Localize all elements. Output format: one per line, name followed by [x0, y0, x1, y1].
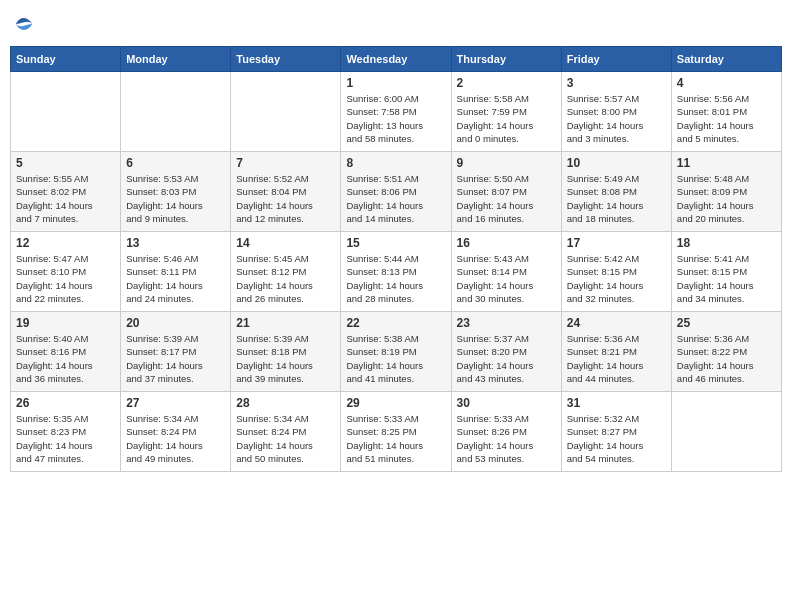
cell-date-number: 27 [126, 396, 225, 410]
calendar-cell: 1Sunrise: 6:00 AMSunset: 7:58 PMDaylight… [341, 72, 451, 152]
day-header-saturday: Saturday [671, 47, 781, 72]
cell-day-info: Sunrise: 5:56 AMSunset: 8:01 PMDaylight:… [677, 92, 776, 145]
calendar-cell: 20Sunrise: 5:39 AMSunset: 8:17 PMDayligh… [121, 312, 231, 392]
cell-day-info: Sunrise: 5:42 AMSunset: 8:15 PMDaylight:… [567, 252, 666, 305]
cell-date-number: 31 [567, 396, 666, 410]
cell-day-info: Sunrise: 5:51 AMSunset: 8:06 PMDaylight:… [346, 172, 445, 225]
calendar-cell: 18Sunrise: 5:41 AMSunset: 8:15 PMDayligh… [671, 232, 781, 312]
calendar-cell [11, 72, 121, 152]
cell-day-info: Sunrise: 5:36 AMSunset: 8:22 PMDaylight:… [677, 332, 776, 385]
day-header-wednesday: Wednesday [341, 47, 451, 72]
cell-date-number: 8 [346, 156, 445, 170]
calendar-cell: 11Sunrise: 5:48 AMSunset: 8:09 PMDayligh… [671, 152, 781, 232]
cell-date-number: 11 [677, 156, 776, 170]
calendar-cell: 15Sunrise: 5:44 AMSunset: 8:13 PMDayligh… [341, 232, 451, 312]
cell-day-info: Sunrise: 5:32 AMSunset: 8:27 PMDaylight:… [567, 412, 666, 465]
cell-day-info: Sunrise: 5:55 AMSunset: 8:02 PMDaylight:… [16, 172, 115, 225]
calendar-cell: 19Sunrise: 5:40 AMSunset: 8:16 PMDayligh… [11, 312, 121, 392]
cell-day-info: Sunrise: 5:38 AMSunset: 8:19 PMDaylight:… [346, 332, 445, 385]
cell-day-info: Sunrise: 5:44 AMSunset: 8:13 PMDaylight:… [346, 252, 445, 305]
cell-day-info: Sunrise: 5:57 AMSunset: 8:00 PMDaylight:… [567, 92, 666, 145]
calendar-week-4: 19Sunrise: 5:40 AMSunset: 8:16 PMDayligh… [11, 312, 782, 392]
cell-date-number: 14 [236, 236, 335, 250]
calendar-cell [231, 72, 341, 152]
day-header-friday: Friday [561, 47, 671, 72]
calendar-cell: 9Sunrise: 5:50 AMSunset: 8:07 PMDaylight… [451, 152, 561, 232]
cell-date-number: 25 [677, 316, 776, 330]
calendar-cell: 14Sunrise: 5:45 AMSunset: 8:12 PMDayligh… [231, 232, 341, 312]
cell-date-number: 4 [677, 76, 776, 90]
cell-day-info: Sunrise: 5:33 AMSunset: 8:25 PMDaylight:… [346, 412, 445, 465]
cell-day-info: Sunrise: 5:58 AMSunset: 7:59 PMDaylight:… [457, 92, 556, 145]
cell-date-number: 18 [677, 236, 776, 250]
header-row: SundayMondayTuesdayWednesdayThursdayFrid… [11, 47, 782, 72]
calendar-table: SundayMondayTuesdayWednesdayThursdayFrid… [10, 46, 782, 472]
cell-date-number: 19 [16, 316, 115, 330]
cell-day-info: Sunrise: 5:41 AMSunset: 8:15 PMDaylight:… [677, 252, 776, 305]
cell-date-number: 23 [457, 316, 556, 330]
calendar-header: SundayMondayTuesdayWednesdayThursdayFrid… [11, 47, 782, 72]
calendar-week-5: 26Sunrise: 5:35 AMSunset: 8:23 PMDayligh… [11, 392, 782, 472]
cell-date-number: 21 [236, 316, 335, 330]
calendar-cell: 21Sunrise: 5:39 AMSunset: 8:18 PMDayligh… [231, 312, 341, 392]
cell-date-number: 20 [126, 316, 225, 330]
cell-date-number: 10 [567, 156, 666, 170]
calendar-cell: 7Sunrise: 5:52 AMSunset: 8:04 PMDaylight… [231, 152, 341, 232]
calendar-cell [121, 72, 231, 152]
calendar-cell: 29Sunrise: 5:33 AMSunset: 8:25 PMDayligh… [341, 392, 451, 472]
cell-day-info: Sunrise: 5:40 AMSunset: 8:16 PMDaylight:… [16, 332, 115, 385]
calendar-cell: 25Sunrise: 5:36 AMSunset: 8:22 PMDayligh… [671, 312, 781, 392]
page-header [10, 10, 782, 38]
cell-date-number: 6 [126, 156, 225, 170]
calendar-cell: 23Sunrise: 5:37 AMSunset: 8:20 PMDayligh… [451, 312, 561, 392]
cell-date-number: 7 [236, 156, 335, 170]
cell-date-number: 3 [567, 76, 666, 90]
logo-icon [14, 14, 34, 34]
day-header-tuesday: Tuesday [231, 47, 341, 72]
cell-day-info: Sunrise: 5:47 AMSunset: 8:10 PMDaylight:… [16, 252, 115, 305]
calendar-cell: 22Sunrise: 5:38 AMSunset: 8:19 PMDayligh… [341, 312, 451, 392]
calendar-cell: 10Sunrise: 5:49 AMSunset: 8:08 PMDayligh… [561, 152, 671, 232]
calendar-cell: 17Sunrise: 5:42 AMSunset: 8:15 PMDayligh… [561, 232, 671, 312]
calendar-week-2: 5Sunrise: 5:55 AMSunset: 8:02 PMDaylight… [11, 152, 782, 232]
calendar-cell: 13Sunrise: 5:46 AMSunset: 8:11 PMDayligh… [121, 232, 231, 312]
cell-date-number: 16 [457, 236, 556, 250]
cell-day-info: Sunrise: 5:39 AMSunset: 8:18 PMDaylight:… [236, 332, 335, 385]
calendar-cell: 3Sunrise: 5:57 AMSunset: 8:00 PMDaylight… [561, 72, 671, 152]
cell-day-info: Sunrise: 5:45 AMSunset: 8:12 PMDaylight:… [236, 252, 335, 305]
cell-day-info: Sunrise: 5:53 AMSunset: 8:03 PMDaylight:… [126, 172, 225, 225]
cell-day-info: Sunrise: 5:33 AMSunset: 8:26 PMDaylight:… [457, 412, 556, 465]
cell-day-info: Sunrise: 5:34 AMSunset: 8:24 PMDaylight:… [236, 412, 335, 465]
cell-day-info: Sunrise: 5:50 AMSunset: 8:07 PMDaylight:… [457, 172, 556, 225]
calendar-cell: 8Sunrise: 5:51 AMSunset: 8:06 PMDaylight… [341, 152, 451, 232]
day-header-monday: Monday [121, 47, 231, 72]
cell-day-info: Sunrise: 5:46 AMSunset: 8:11 PMDaylight:… [126, 252, 225, 305]
cell-date-number: 24 [567, 316, 666, 330]
calendar-cell: 30Sunrise: 5:33 AMSunset: 8:26 PMDayligh… [451, 392, 561, 472]
cell-date-number: 1 [346, 76, 445, 90]
cell-day-info: Sunrise: 6:00 AMSunset: 7:58 PMDaylight:… [346, 92, 445, 145]
cell-date-number: 2 [457, 76, 556, 90]
calendar-cell: 4Sunrise: 5:56 AMSunset: 8:01 PMDaylight… [671, 72, 781, 152]
calendar-cell: 28Sunrise: 5:34 AMSunset: 8:24 PMDayligh… [231, 392, 341, 472]
calendar-cell: 16Sunrise: 5:43 AMSunset: 8:14 PMDayligh… [451, 232, 561, 312]
cell-day-info: Sunrise: 5:48 AMSunset: 8:09 PMDaylight:… [677, 172, 776, 225]
calendar-cell: 31Sunrise: 5:32 AMSunset: 8:27 PMDayligh… [561, 392, 671, 472]
cell-date-number: 26 [16, 396, 115, 410]
calendar-cell [671, 392, 781, 472]
cell-date-number: 29 [346, 396, 445, 410]
calendar-cell: 27Sunrise: 5:34 AMSunset: 8:24 PMDayligh… [121, 392, 231, 472]
cell-day-info: Sunrise: 5:34 AMSunset: 8:24 PMDaylight:… [126, 412, 225, 465]
cell-date-number: 15 [346, 236, 445, 250]
calendar-cell: 5Sunrise: 5:55 AMSunset: 8:02 PMDaylight… [11, 152, 121, 232]
cell-day-info: Sunrise: 5:35 AMSunset: 8:23 PMDaylight:… [16, 412, 115, 465]
cell-day-info: Sunrise: 5:49 AMSunset: 8:08 PMDaylight:… [567, 172, 666, 225]
cell-date-number: 9 [457, 156, 556, 170]
cell-day-info: Sunrise: 5:37 AMSunset: 8:20 PMDaylight:… [457, 332, 556, 385]
day-header-sunday: Sunday [11, 47, 121, 72]
cell-day-info: Sunrise: 5:39 AMSunset: 8:17 PMDaylight:… [126, 332, 225, 385]
calendar-cell: 24Sunrise: 5:36 AMSunset: 8:21 PMDayligh… [561, 312, 671, 392]
cell-day-info: Sunrise: 5:52 AMSunset: 8:04 PMDaylight:… [236, 172, 335, 225]
cell-date-number: 22 [346, 316, 445, 330]
calendar-week-3: 12Sunrise: 5:47 AMSunset: 8:10 PMDayligh… [11, 232, 782, 312]
